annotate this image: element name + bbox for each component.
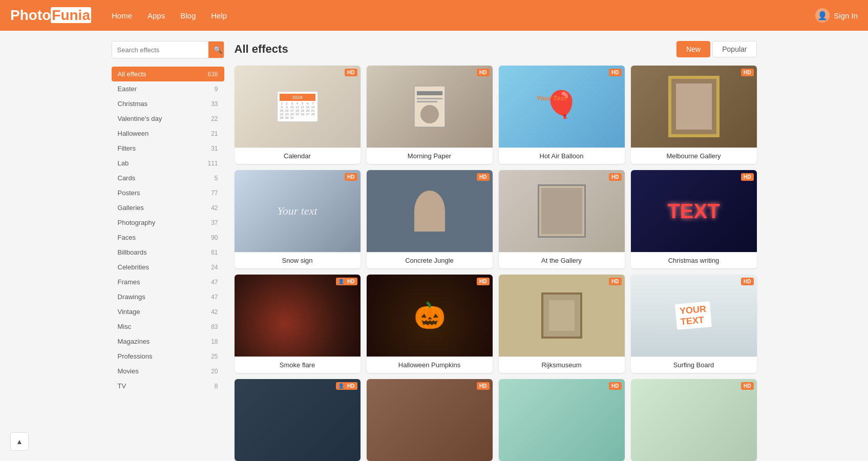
sidebar-item-frames[interactable]: Frames47 [112,275,224,289]
effect-label: Surfing Board [631,357,757,373]
effects-grid: 2024123456789101112131415161718192021222… [235,66,757,461]
effect-card[interactable]: 2024123456789101112131415161718192021222… [235,66,361,164]
sidebar-item-filters[interactable]: Filters31 [112,141,224,156]
sort-btn-popular[interactable]: Popular [712,41,756,57]
sidebar-item-misc[interactable]: Misc83 [112,319,224,334]
content-header: All effects NewPopular [235,41,757,57]
effect-label: Morning Paper [367,148,493,164]
effect-image: 2024123456789101112131415161718192021222… [235,66,361,148]
effect-label: Melbourne Gallery [631,148,757,164]
search-input[interactable] [112,42,208,58]
search-button[interactable]: 🔍 [208,41,224,58]
sidebar-item-count: 47 [211,294,218,301]
scroll-to-top-icon: ▲ [16,437,23,446]
sidebar-item-label: Cards [118,174,136,182]
effect-label: Rijksmuseum [499,357,625,373]
sidebar-item-professions[interactable]: Professions25 [112,349,224,364]
sidebar-item-movies[interactable]: Movies20 [112,364,224,379]
sidebar-item-cards[interactable]: Cards5 [112,171,224,185]
effect-card[interactable]: HDConcrete Jungle [367,170,493,268]
sidebar-item-easter[interactable]: Easter9 [112,81,224,96]
hd-badge: HD [477,69,489,76]
effect-label: Snow sign [235,252,361,268]
effect-image: HD [499,379,625,461]
logo[interactable]: PhotoFunia [10,7,91,24]
hd-badge: HD [741,382,753,390]
effect-card[interactable]: Your textHDSnow sign [235,170,361,268]
effect-image: HD [367,170,493,252]
sidebar-item-count: 9 [215,86,218,93]
sidebar-item-count: 61 [211,249,218,256]
sidebar-item-vintage[interactable]: Vintage42 [112,304,224,319]
effect-card[interactable]: 🎃HDHalloween Pumpkins [367,275,493,373]
svg-rect-2 [417,98,442,99]
sidebar-item-count: 31 [211,145,218,152]
sidebar-item-posters[interactable]: Posters77 [112,185,224,200]
effect-card[interactable]: HD [631,379,757,461]
user-icon: 👤 [815,8,830,23]
logo-photo: Photo [10,7,51,23]
sidebar-item-all-effects[interactable]: All effects638 [112,67,224,81]
sidebar-item-tv[interactable]: TV8 [112,379,224,393]
effect-card[interactable]: YOURTEXTHDSurfing Board [631,275,757,373]
sidebar-item-christmas[interactable]: Christmas33 [112,96,224,111]
effect-card[interactable]: HD [367,379,493,461]
sidebar-item-count: 18 [211,338,218,345]
svg-rect-1 [417,91,442,95]
hd-badge: HD [609,69,621,76]
header: PhotoFunia Home Apps Blog Help 👤 Sign In [0,0,868,31]
effect-label: Christmas writing [631,252,757,268]
sidebar-item-count: 42 [211,308,218,316]
effect-image: YOURTEXTHD [631,275,757,357]
sidebar-item-label: Frames [118,278,140,286]
sidebar-item-label: Movies [118,367,139,375]
hd-badge: HD [345,173,357,181]
nav-home[interactable]: Home [112,11,132,20]
sidebar-item-lab[interactable]: Lab111 [112,156,224,171]
sidebar-item-label: Magazines [118,338,150,345]
sidebar-item-count: 21 [211,130,218,137]
scroll-to-top[interactable]: ▲ [10,432,29,451]
effect-card[interactable]: TEXTHDChristmas writing [631,170,757,268]
hd-badge: HD [741,69,753,76]
sidebar-item-valentine-s-day[interactable]: Valentine's day22 [112,111,224,126]
effect-card[interactable]: HDMelbourne Gallery [631,66,757,164]
page-title: All effects [235,43,288,56]
sort-btn-new[interactable]: New [676,41,710,57]
sidebar-item-count: 24 [211,264,218,271]
photo-badge: 👤 [336,278,346,285]
effect-label: Concrete Jungle [367,252,493,268]
effect-image: HD [631,66,757,148]
hd-badge: HD [609,173,621,181]
effect-image: HD [367,66,493,148]
nav-blog[interactable]: Blog [180,11,196,20]
sidebar-item-billboards[interactable]: Billboards61 [112,245,224,260]
sidebar-item-label: Lab [118,159,129,167]
effect-card[interactable]: HDMorning Paper [367,66,493,164]
effect-image: HD👤 [235,275,361,357]
sidebar-item-galleries[interactable]: Galleries42 [112,200,224,215]
nav-help[interactable]: Help [211,11,227,20]
sidebar-item-drawings[interactable]: Drawings47 [112,289,224,304]
effect-label: Calendar [235,148,361,164]
effect-label: Smoke flare [235,357,361,373]
effect-card[interactable]: HD [499,379,625,461]
search-box: 🔍 [112,41,224,58]
sidebar-item-label: Drawings [118,293,145,301]
sidebar-item-count: 37 [211,219,218,226]
effect-card[interactable]: HDRijksmuseum [499,275,625,373]
sidebar-item-magazines[interactable]: Magazines18 [112,334,224,349]
sidebar-item-faces[interactable]: Faces90 [112,230,224,245]
effect-card[interactable]: 🎈Your TextHDHot Air Balloon [499,66,625,164]
sidebar-item-count: 111 [207,160,218,167]
effect-card[interactable]: HD👤Smoke flare [235,275,361,373]
sidebar-item-celebrities[interactable]: Celebrities24 [112,260,224,275]
sidebar-item-label: Celebrities [118,263,149,271]
effect-card[interactable]: HDAt the Gallery [499,170,625,268]
sign-in-button[interactable]: 👤 Sign In [815,8,858,23]
hd-badge: HD [345,69,357,76]
effect-card[interactable]: HD👤 [235,379,361,461]
sidebar-item-photography[interactable]: Photography37 [112,215,224,230]
nav-apps[interactable]: Apps [147,11,165,20]
sidebar-item-halloween[interactable]: Halloween21 [112,126,224,141]
